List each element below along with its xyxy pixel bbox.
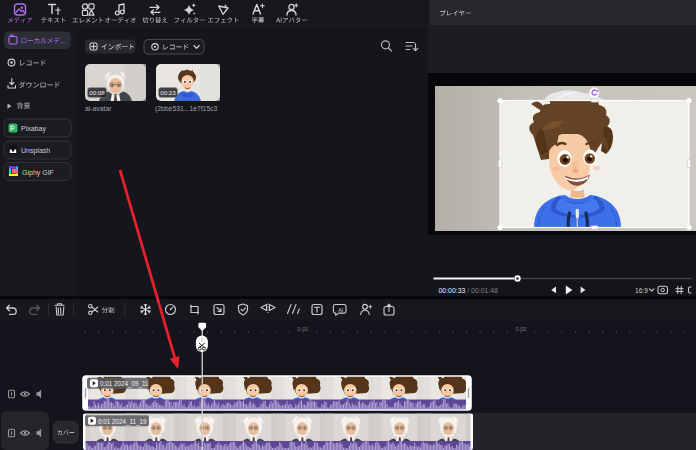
svg-text:00:00:33 / 00:01:48: 00:00:33 / 00:01:48	[439, 287, 499, 294]
svg-text:0.02: 0.02	[516, 326, 527, 332]
svg-text:00:23: 00:23	[160, 89, 176, 96]
svg-text:0:01 2024_11_19: 0:01 2024_11_19	[98, 418, 147, 426]
svg-text:00:08: 00:08	[89, 89, 105, 96]
svg-text:(2bbe531...1e7f15c3: (2bbe531...1e7f15c3	[155, 105, 218, 113]
svg-text:0:01 2024_09_11: 0:01 2024_09_11	[100, 380, 149, 388]
svg-text:0.01: 0.01	[298, 326, 309, 332]
svg-text:ai-avatar: ai-avatar	[85, 105, 112, 112]
svg-text:AI: AI	[338, 307, 343, 313]
svg-text:16:9: 16:9	[635, 287, 648, 294]
svg-text:Unsplash: Unsplash	[21, 147, 50, 155]
svg-text:Pixabay: Pixabay	[21, 125, 46, 133]
svg-text:Giphy GIF: Giphy GIF	[22, 169, 54, 177]
